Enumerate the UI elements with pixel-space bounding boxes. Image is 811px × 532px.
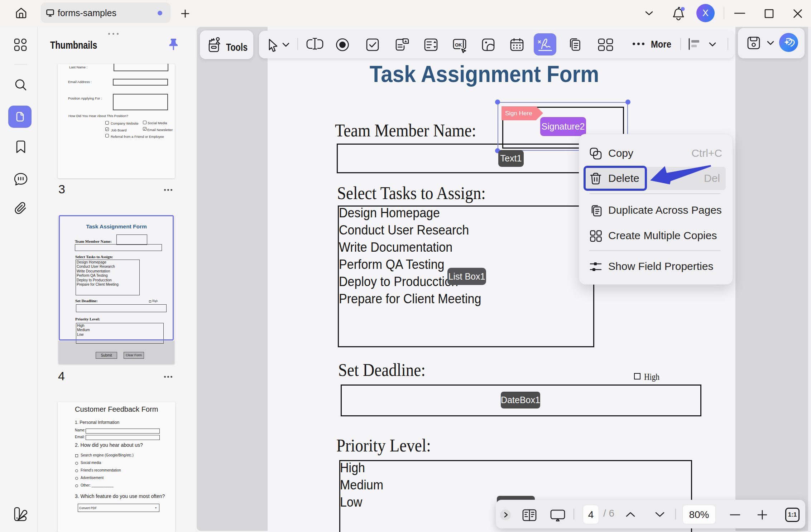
svg-text:OK: OK — [455, 42, 462, 48]
